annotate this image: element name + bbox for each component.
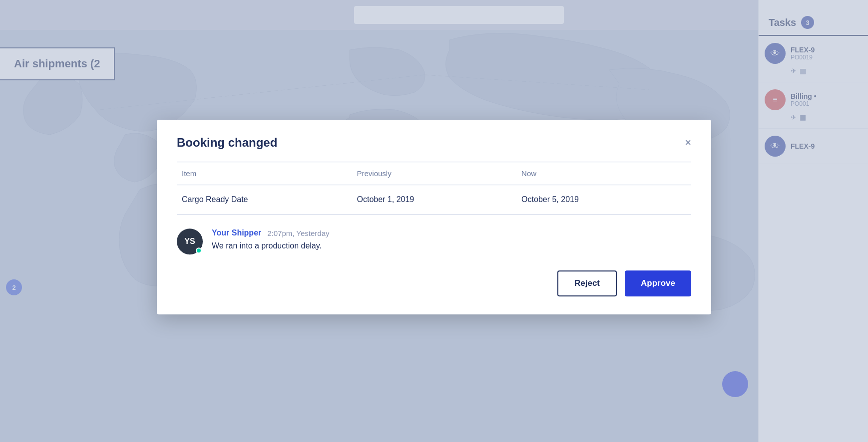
avatar-initials: YS [184,237,195,246]
modal-title: Booking changed [177,136,277,150]
booking-changed-modal: Booking changed × Item Previously Now Ca… [157,120,711,314]
table-cell-item: Cargo Ready Date [177,185,357,215]
col-header-now: Now [521,162,691,185]
avatar: YS [177,228,203,254]
comment-content: Your Shipper 2:07pm, Yesterday We ran in… [212,228,691,250]
approve-button[interactable]: Approve [625,270,691,296]
action-buttons: Reject Approve [177,270,691,296]
avatar-status-dot [196,247,202,253]
comment-text: We ran into a production delay. [212,241,691,250]
comment-time: 2:07pm, Yesterday [267,229,329,237]
table-row: Cargo Ready Date October 1, 2019 October… [177,185,691,215]
comment-meta: Your Shipper 2:07pm, Yesterday [212,228,691,237]
table-cell-previously: October 1, 2019 [357,185,522,215]
reject-button[interactable]: Reject [557,270,617,296]
table-cell-now: October 5, 2019 [521,185,691,215]
col-header-item: Item [177,162,357,185]
modal-header: Booking changed × [177,136,691,150]
change-table: Item Previously Now Cargo Ready Date Oct… [177,162,691,215]
comment-author: Your Shipper [212,228,261,237]
comment-section: YS Your Shipper 2:07pm, Yesterday We ran… [177,228,691,254]
modal-close-button[interactable]: × [685,137,691,148]
col-header-previously: Previously [357,162,522,185]
